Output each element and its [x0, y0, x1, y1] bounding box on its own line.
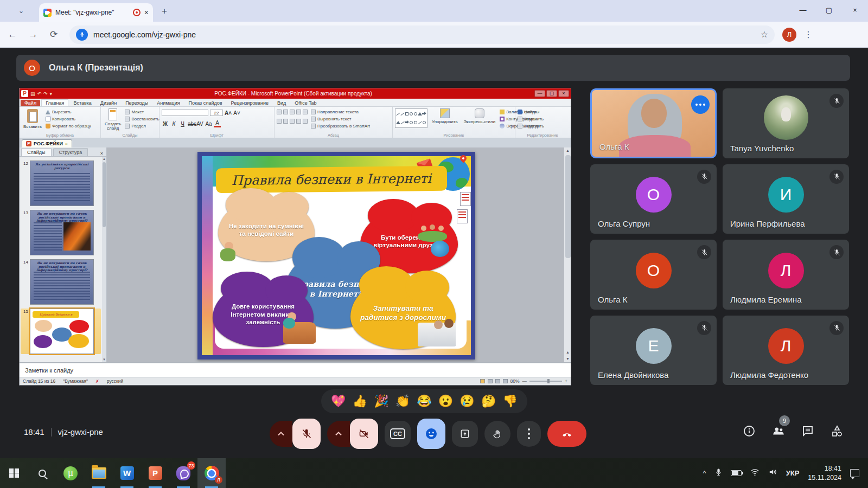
- char-spacing-button[interactable]: AV: [196, 121, 203, 127]
- window-close-button[interactable]: ×: [842, 0, 868, 20]
- grow-font-button[interactable]: A˄: [225, 110, 232, 116]
- quick-styles-button[interactable]: Экспресс-стили: [462, 108, 497, 124]
- ppt-restore-button[interactable]: ▢: [546, 90, 557, 97]
- participant-tile-olga-k-video[interactable]: Ольга К: [590, 88, 717, 158]
- tab-close-icon[interactable]: ×: [144, 9, 149, 16]
- select-button[interactable]: Выделить: [518, 123, 567, 130]
- mic-muted-button[interactable]: [292, 419, 321, 449]
- ppt-tab-slideshow[interactable]: Показ слайдов: [185, 100, 226, 106]
- mic-options-chevron[interactable]: [270, 421, 292, 447]
- mic-in-use-icon[interactable]: [76, 29, 88, 41]
- format-painter-button[interactable]: Формат по образцу: [46, 123, 91, 130]
- next-slide-button[interactable]: ▼: [564, 356, 571, 362]
- action-center-icon[interactable]: [850, 469, 859, 477]
- language-indicator[interactable]: русский: [107, 378, 124, 384]
- taskbar-word[interactable]: W: [113, 458, 141, 488]
- justify-icon[interactable]: [296, 119, 301, 124]
- present-button[interactable]: [452, 421, 478, 447]
- text-direction-button[interactable]: Направление текста: [311, 108, 370, 115]
- volume-icon[interactable]: [768, 468, 777, 478]
- ppt-tab-design[interactable]: Дизайн: [97, 100, 120, 106]
- font-size-select[interactable]: 22: [210, 110, 223, 116]
- thumbnail-scrollbar[interactable]: ▲ ▼: [102, 157, 106, 362]
- italic-button[interactable]: К: [170, 121, 177, 127]
- align-text-button[interactable]: Выровнять текст: [311, 115, 370, 123]
- smartart-button[interactable]: Преобразовать в SmartArt: [311, 123, 370, 130]
- ppt-undo-icon[interactable]: ↶: [37, 91, 42, 97]
- shrink-font-button[interactable]: A˅: [233, 110, 240, 116]
- notes-area[interactable]: Заметки к слайду: [20, 362, 571, 377]
- meeting-details-button[interactable]: [742, 424, 756, 438]
- bullets-icon[interactable]: [277, 110, 282, 114]
- columns-icon[interactable]: [303, 119, 308, 124]
- previous-slide-button[interactable]: ▲: [564, 349, 571, 356]
- align-left-icon[interactable]: [277, 119, 282, 124]
- taskbar-explorer[interactable]: [85, 458, 113, 488]
- taskbar-viber[interactable]: 73: [169, 458, 197, 488]
- zoom-in-button[interactable]: +: [565, 378, 567, 384]
- zoom-out-button[interactable]: —: [522, 378, 527, 384]
- participant-tile-lyudmila-fedotenko[interactable]: Л Людмила Федотенко: [723, 316, 849, 386]
- reaction-laugh[interactable]: 😂: [417, 395, 431, 407]
- strikethrough-button[interactable]: abc: [188, 121, 195, 127]
- participant-tile-olga-k2[interactable]: О Ольга К: [590, 240, 717, 310]
- participant-tile-elena[interactable]: Е Елена Двойникова: [590, 316, 717, 386]
- reading-view-button[interactable]: [495, 379, 500, 383]
- shapes-gallery[interactable]: [395, 108, 427, 128]
- tray-mic-icon[interactable]: [715, 468, 722, 479]
- bookmark-star-icon[interactable]: ☆: [761, 29, 768, 40]
- reaction-thumbs-down[interactable]: 👎: [502, 395, 517, 407]
- participant-tile-irina[interactable]: И Ирина Перфильева: [723, 164, 849, 234]
- end-call-button[interactable]: [547, 421, 586, 447]
- new-slide-button[interactable]: Создать слайд: [103, 108, 123, 131]
- document-tab[interactable]: P РОС.ФЕЙКИ ×: [22, 139, 72, 147]
- reaction-thumbs-up[interactable]: 👍: [353, 395, 367, 407]
- ppt-tab-officetab[interactable]: Office Tab: [291, 100, 320, 106]
- forward-button[interactable]: →: [25, 27, 41, 43]
- ppt-tab-review[interactable]: Рецензирование: [227, 100, 273, 106]
- ppt-save-icon[interactable]: ▤: [30, 91, 35, 97]
- paste-button[interactable]: Вставить: [22, 108, 43, 130]
- window-maximize-button[interactable]: ▢: [816, 0, 842, 20]
- reload-button[interactable]: ⟳: [46, 27, 62, 43]
- ppt-tab-file[interactable]: Файл: [21, 100, 40, 106]
- reaction-heart[interactable]: 💖: [331, 395, 346, 407]
- indent-increase-icon[interactable]: [296, 110, 301, 114]
- ppt-tab-home[interactable]: Главная: [41, 99, 68, 106]
- tray-expand-icon[interactable]: ^: [703, 469, 706, 477]
- replace-button[interactable]: Заменить: [518, 115, 567, 123]
- captions-button[interactable]: CC: [385, 421, 411, 447]
- ppt-tab-transitions[interactable]: Переходы: [122, 100, 152, 106]
- more-options-button[interactable]: [517, 421, 541, 447]
- raise-hand-button[interactable]: [484, 421, 510, 447]
- chat-button[interactable]: [801, 424, 815, 438]
- taskbar-search-button[interactable]: [28, 458, 56, 488]
- normal-view-button[interactable]: [480, 379, 485, 383]
- slideshow-view-button[interactable]: [503, 379, 508, 383]
- reset-button[interactable]: Восстановить: [125, 115, 159, 123]
- pane-tab-slides[interactable]: Слайды: [21, 148, 52, 156]
- ppt-redo-icon[interactable]: ↷: [43, 91, 48, 97]
- browser-tab[interactable]: Meet: "vjz-gwxi-pne" ×: [39, 3, 153, 22]
- language-indicator[interactable]: УКР: [786, 469, 800, 477]
- slide-thumbnail-14[interactable]: 14 Як не потрапити на гачок російської п…: [21, 259, 101, 305]
- reactions-toggle-button[interactable]: [417, 419, 445, 449]
- layout-button[interactable]: Макет: [125, 108, 159, 115]
- activities-button[interactable]: [830, 424, 844, 438]
- ppt-tab-animation[interactable]: Анимация: [153, 100, 183, 106]
- window-minimize-button[interactable]: —: [790, 0, 816, 20]
- ppt-minimize-button[interactable]: —: [534, 90, 545, 97]
- copy-button[interactable]: Копировать: [46, 115, 91, 123]
- battery-icon[interactable]: [731, 470, 742, 476]
- reaction-party[interactable]: 🎉: [374, 395, 388, 407]
- canvas-scrollbar[interactable]: ▲ ▲ ▼: [564, 147, 571, 362]
- document-tab-close-icon[interactable]: ×: [65, 142, 68, 146]
- url-text[interactable]: meet.google.com/vjz-gwxi-pne: [93, 30, 755, 39]
- participant-tile-tanya[interactable]: Tanya Yuvchenko: [723, 88, 849, 158]
- tab-search-button[interactable]: ⌄: [14, 4, 28, 17]
- taskbar-chrome[interactable]: Л: [197, 458, 226, 488]
- reaction-surprised[interactable]: 😮: [438, 395, 453, 407]
- cut-button[interactable]: Вырезать: [46, 108, 91, 115]
- back-button[interactable]: ←: [4, 27, 21, 43]
- camera-off-button[interactable]: [350, 419, 378, 449]
